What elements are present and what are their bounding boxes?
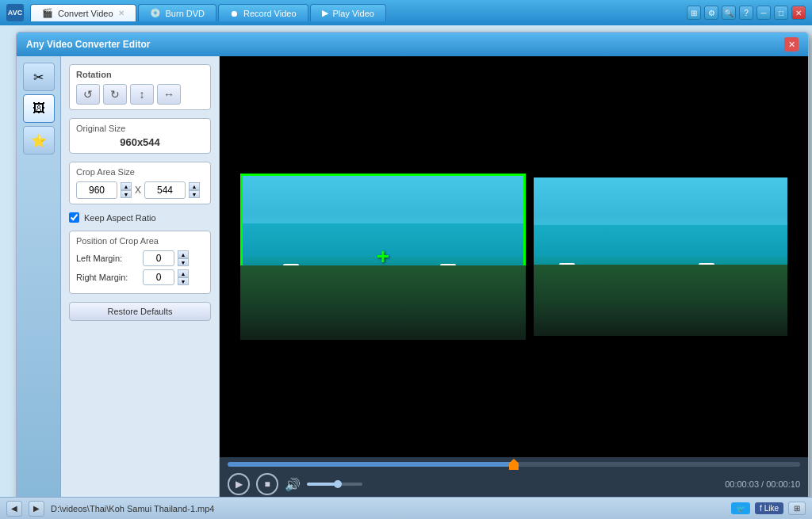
- burn-tab-label: Burn DVD: [166, 9, 205, 18]
- burn-tab-icon: 💿: [150, 8, 161, 18]
- maximize-button[interactable]: □: [774, 6, 788, 20]
- help-icon[interactable]: ?: [739, 6, 753, 20]
- title-bar: AVC 🎬 Convert Video ✕ 💿 Burn DVD ⏺ Recor…: [0, 0, 812, 25]
- tab-record[interactable]: ⏺ Record Video: [218, 4, 308, 21]
- tab-burn[interactable]: 💿 Burn DVD: [138, 4, 217, 21]
- app-logo: AVC: [6, 4, 24, 21]
- tile-icon[interactable]: ⊞: [687, 6, 701, 20]
- tab-convert[interactable]: 🎬 Convert Video ✕: [30, 4, 136, 21]
- window-controls: ⊞ ⚙ 🔍 ? ─ □ ✕: [687, 6, 806, 20]
- settings-icon[interactable]: ⚙: [704, 6, 718, 20]
- tab-play[interactable]: ▶ Play Video: [310, 4, 386, 21]
- play-tab-label: Play Video: [333, 9, 374, 18]
- convert-tab-icon: 🎬: [42, 8, 53, 18]
- minimize-button[interactable]: ─: [756, 6, 771, 20]
- record-tab-label: Record Video: [243, 9, 296, 18]
- close-button[interactable]: ✕: [791, 6, 806, 20]
- record-tab-icon: ⏺: [230, 9, 239, 18]
- title-bar-tabs: 🎬 Convert Video ✕ 💿 Burn DVD ⏺ Record Vi…: [30, 4, 684, 21]
- convert-tab-label: Convert Video: [58, 9, 113, 18]
- convert-tab-close[interactable]: ✕: [118, 9, 124, 17]
- play-tab-icon: ▶: [322, 8, 328, 18]
- search-icon[interactable]: 🔍: [722, 6, 736, 20]
